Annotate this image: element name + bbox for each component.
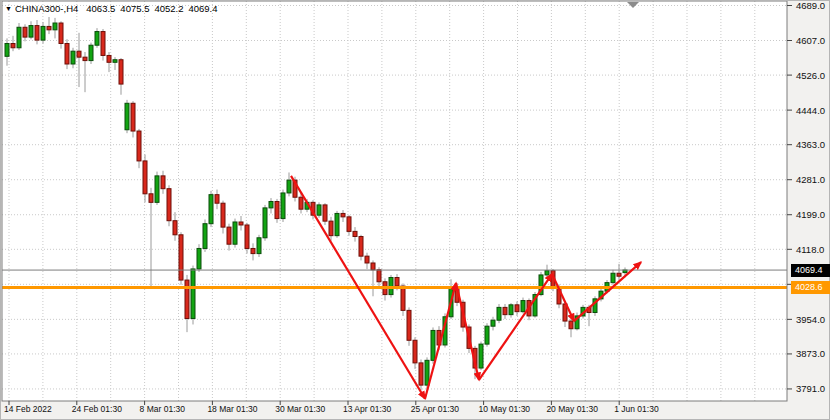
candle-body-bear xyxy=(143,161,147,194)
candle-body-bull xyxy=(479,344,483,368)
candle-body-bull xyxy=(287,180,291,193)
candle-body-bull xyxy=(335,213,339,235)
candle-body-bull xyxy=(257,238,261,254)
candle-body-bear xyxy=(35,26,39,41)
candle-body-bull xyxy=(233,222,237,244)
candle-body-bear xyxy=(239,222,243,225)
chart-header: ▼ CHINA300-,H4 4063.5 4075.5 4052.2 4069… xyxy=(5,2,218,14)
candle-body-bear xyxy=(329,221,333,236)
candle-body-bear xyxy=(377,270,381,282)
time-tick-label: 24 Feb 01:30 xyxy=(72,404,122,414)
ohlc-high: 4075.5 xyxy=(120,3,149,14)
candle-body-bear xyxy=(227,227,231,244)
candle-body-bear xyxy=(347,217,351,232)
candle-body-bull xyxy=(431,330,435,360)
candle-body-bull xyxy=(155,176,159,202)
candle-body-bear xyxy=(365,256,369,263)
price-tick-label: 3873.0 xyxy=(796,348,825,359)
candle-body-bear xyxy=(371,263,375,270)
candle-body-bull xyxy=(485,326,489,344)
candle-body-bear xyxy=(185,280,189,318)
ohlc-open: 4063.5 xyxy=(86,3,115,14)
candle-body-bull xyxy=(269,201,273,207)
candle-body-bear xyxy=(107,55,111,62)
candle-body-bear xyxy=(149,194,153,203)
time-tick-label: 18 Mar 01:30 xyxy=(207,404,257,414)
candle-body-bear xyxy=(245,225,249,248)
candle-body-bear xyxy=(119,60,123,84)
candle-body-bull xyxy=(611,273,615,282)
candle-body-bear xyxy=(47,26,51,29)
candle-body-bear xyxy=(323,205,327,221)
candle-body-bear xyxy=(419,363,423,385)
ohlc-close: 4069.4 xyxy=(188,3,217,14)
candle-body-bear xyxy=(299,197,303,209)
candle-body-bull xyxy=(203,224,207,249)
candle-body-bull xyxy=(197,248,201,268)
time-tick-label: 13 Apr 01:30 xyxy=(343,404,391,414)
time-tick-label: 10 May 01:30 xyxy=(479,404,531,414)
candle-body-bear xyxy=(407,310,411,340)
time-tick-label: 1 Jun 01:30 xyxy=(614,404,658,414)
price-tick-label: 4689.0 xyxy=(796,0,825,11)
candle-body-bear xyxy=(341,213,345,216)
candle-body-bull xyxy=(191,269,195,319)
candle-body-bull xyxy=(89,45,93,60)
candle-body-bear xyxy=(221,203,225,227)
time-tick-label: 30 Mar 01:30 xyxy=(275,404,325,414)
candle-body-bull xyxy=(497,307,501,320)
candle-body-bear xyxy=(503,307,507,314)
candle-body-bull xyxy=(317,205,321,215)
candle-body-bull xyxy=(263,208,267,238)
symbol-period-label: CHINA300-,H4 xyxy=(15,3,78,14)
price-tick-label: 4281.0 xyxy=(796,174,825,185)
candle-body-bear xyxy=(23,27,27,37)
candle-body-bear xyxy=(11,44,15,48)
candle-body-bear xyxy=(131,103,135,131)
current-price-badge: 4069.4 xyxy=(791,264,830,277)
candle-body-bull xyxy=(545,271,549,275)
candle-body-bull xyxy=(209,195,213,224)
candle-body-bear xyxy=(137,131,141,161)
price-tick-label: 3954.0 xyxy=(796,314,825,325)
candle-body-bear xyxy=(59,23,63,43)
time-tick-label: 8 Mar 01:30 xyxy=(140,404,185,414)
chart-canvas[interactable] xyxy=(0,0,830,420)
time-tick-label: 20 May 01:30 xyxy=(546,404,598,414)
price-tick-label: 4444.0 xyxy=(796,105,825,116)
candle-body-bear xyxy=(413,340,417,363)
candle-body-bear xyxy=(515,305,519,312)
candle-body-bear xyxy=(251,248,255,253)
time-tick-label: 25 Apr 01:30 xyxy=(411,404,459,414)
mt4-chart-window: ▼ CHINA300-,H4 4063.5 4075.5 4052.2 4069… xyxy=(0,0,830,420)
price-tick-label: 4526.0 xyxy=(796,70,825,81)
candle-body-bear xyxy=(173,221,177,235)
candle-body-bull xyxy=(509,305,513,315)
candle-body-bear xyxy=(395,277,399,286)
candle-body-bull xyxy=(71,51,75,64)
time-tick-label: 14 Feb 2022 xyxy=(4,404,52,414)
candle-body-bear xyxy=(569,321,573,329)
symbol-dropdown-icon[interactable]: ▼ xyxy=(5,5,12,12)
candle-body-bear xyxy=(83,57,87,60)
candle-body-bull xyxy=(521,301,525,312)
candle-body-bull xyxy=(17,27,21,47)
candle-body-bear xyxy=(401,286,405,310)
ohlc-low: 4052.2 xyxy=(154,3,183,14)
candle-body-bear xyxy=(167,189,171,221)
candle-body-bull xyxy=(5,44,9,57)
candle-body-bear xyxy=(179,235,183,280)
price-tick-label: 4118.0 xyxy=(796,244,824,255)
candle-body-bear xyxy=(161,176,165,189)
candle-body-bull xyxy=(425,360,429,385)
candle-body-bear xyxy=(77,51,81,57)
candle-body-bull xyxy=(491,320,495,326)
candle-body-bull xyxy=(53,23,57,30)
price-tick-label: 4363.0 xyxy=(796,139,825,150)
candle-body-bull xyxy=(113,60,117,63)
candle-body-bull xyxy=(125,103,129,129)
horizontal-line-price-badge: 4028.6 xyxy=(791,281,830,294)
price-tick-label: 4607.0 xyxy=(796,35,825,46)
candle-body-bear xyxy=(215,195,219,204)
candle-body-bear xyxy=(353,231,357,236)
